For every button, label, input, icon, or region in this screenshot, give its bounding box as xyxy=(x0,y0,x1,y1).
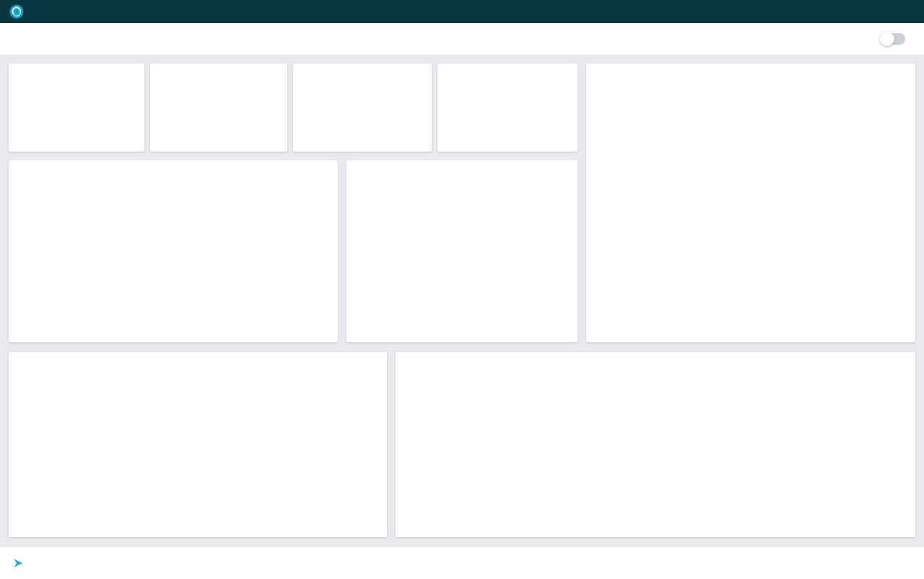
kpi-title xyxy=(9,64,144,70)
card-title xyxy=(346,160,578,167)
header-right-controls xyxy=(873,33,912,45)
kpi-title xyxy=(437,64,578,70)
analysis-statistics-card xyxy=(9,352,387,537)
kpi-title xyxy=(150,64,287,70)
page-header xyxy=(0,23,924,56)
statistics-link[interactable] xyxy=(9,359,387,365)
card-title xyxy=(586,64,915,70)
dashboard-canvas xyxy=(0,56,924,547)
kpi-card-mean-of-rest-blood-pressure xyxy=(150,64,287,152)
card-title xyxy=(9,352,387,359)
toggle-knob-icon[interactable] xyxy=(880,32,894,46)
card-title xyxy=(396,352,915,359)
analysis-sixpack-card xyxy=(586,64,915,342)
correlogram-heatmap xyxy=(14,180,332,338)
correlogram-card xyxy=(9,160,338,342)
kpi-card-mean-of-cholesterol xyxy=(293,64,432,152)
capability-sixpack-chart xyxy=(592,85,910,334)
auto-update-toggle[interactable] xyxy=(881,33,905,45)
minitab-flag-icon xyxy=(13,557,26,569)
imr-chart-card xyxy=(396,352,915,537)
top-navigation-bar xyxy=(0,0,924,23)
imr-control-chart xyxy=(403,373,908,530)
card-title xyxy=(9,160,338,167)
kpi-card-mean-of-age xyxy=(9,64,144,152)
bar-chart-card xyxy=(346,160,578,342)
page-footer xyxy=(0,547,924,579)
kpi-card-mean-of-max-heart-rate xyxy=(437,64,578,152)
bar-chart xyxy=(352,179,572,339)
minitab-connect-logo xyxy=(9,4,25,19)
kpi-title xyxy=(293,64,432,70)
